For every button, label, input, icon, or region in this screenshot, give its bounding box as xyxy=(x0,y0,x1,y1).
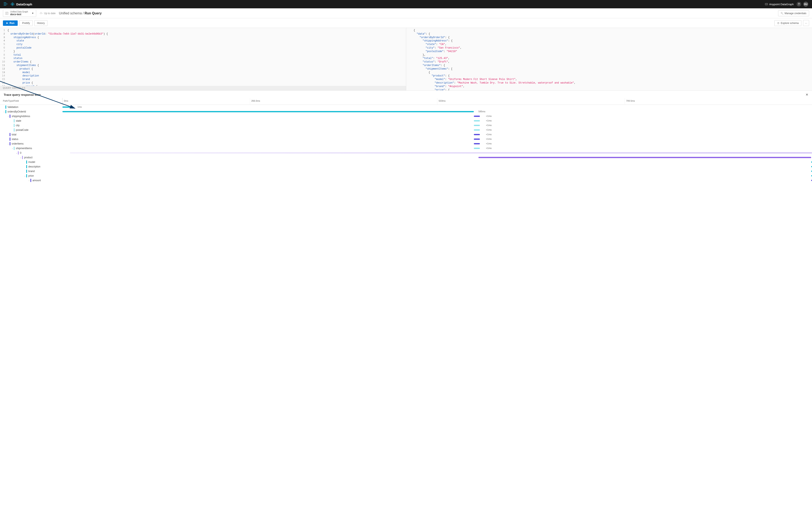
trace-bar xyxy=(811,171,812,172)
brand-label: DataGraph xyxy=(16,2,32,6)
trace-marker xyxy=(5,105,6,109)
trace-marker xyxy=(26,174,27,178)
trace-row: ⌄product473ms xyxy=(0,155,812,160)
toggle-icon[interactable]: ⌄ xyxy=(24,175,26,177)
trace-row-label: Validation xyxy=(7,106,18,109)
breadcrumb: Unified schema / Run Query xyxy=(59,11,102,15)
trace-duration-label: <1ms xyxy=(486,133,492,136)
trace-row: description<1ms xyxy=(0,164,812,169)
trace-row-label: state xyxy=(16,119,21,122)
trace-row: ⌄shipmentItems<1ms xyxy=(0,146,812,151)
trace-bar xyxy=(474,116,480,117)
trace-tick: 533ms xyxy=(437,98,447,105)
run-button-label: Run xyxy=(9,22,14,25)
trace-row: total<1ms xyxy=(0,132,812,137)
menu-icon[interactable] xyxy=(4,2,7,6)
trace-bar xyxy=(474,138,480,140)
trace-bar xyxy=(474,120,480,121)
avatar[interactable]: DU xyxy=(803,2,808,7)
toggle-icon[interactable]: ⌄ xyxy=(7,143,9,145)
subbar: Unified Data Graph docs-test ▼ Up to dat… xyxy=(0,8,812,18)
trace-marker xyxy=(22,156,23,159)
trace-marker xyxy=(9,142,10,145)
trace-marker xyxy=(26,169,27,173)
result-viewer[interactable]: { "data": { "ordersByOrderId": { "shippi… xyxy=(406,28,812,90)
trace-row-label: status xyxy=(12,138,18,141)
toggle-icon[interactable]: ⌄ xyxy=(20,157,22,159)
close-icon[interactable]: ✕ xyxy=(806,93,808,97)
query-variables-header[interactable]: QUERY VARIABLES xyxy=(0,86,406,90)
trace-bar xyxy=(474,125,480,126)
trace-row-label: postalCode xyxy=(16,129,29,131)
product-link[interactable]: Anypoint DataGraph xyxy=(765,3,794,6)
toggle-icon[interactable]: ⌄ xyxy=(7,115,9,117)
trace-row-label: ordersByOrderId xyxy=(7,110,26,113)
trace-bar xyxy=(474,129,480,131)
trace-duration-label: <1ms xyxy=(486,124,492,127)
trace-row: model<1ms xyxy=(0,160,812,164)
trace-row-label: description xyxy=(28,165,40,168)
project-type-label: Unified Data Graph xyxy=(10,10,28,13)
trace-row: ⌄shippingAddress<1ms xyxy=(0,114,812,118)
trace-row-label: model xyxy=(28,161,35,164)
breadcrumb-current: Run Query xyxy=(85,11,102,15)
more-button[interactable]: ··· xyxy=(803,20,809,26)
help-icon[interactable]: ? xyxy=(796,2,801,6)
trace-row: ⌄amount<1ms xyxy=(0,178,812,183)
trace-marker xyxy=(9,114,10,118)
trace-marker xyxy=(14,128,14,132)
trace-bar xyxy=(811,175,812,176)
prettify-button[interactable]: Prettify xyxy=(19,20,32,26)
logo-icon xyxy=(10,2,14,6)
trace-duration-label: 585ms xyxy=(478,110,485,113)
sync-status: Up to date xyxy=(39,12,56,15)
trace-row-label: 0 xyxy=(20,152,22,154)
trace-bar xyxy=(811,161,812,163)
trace-row-label: amount xyxy=(32,179,41,182)
trace-bar xyxy=(474,143,480,144)
toggle-icon[interactable]: ⌄ xyxy=(28,179,30,182)
trace-tick: 0ms xyxy=(62,98,69,105)
trace-bar xyxy=(62,111,474,112)
toggle-icon[interactable]: ⌄ xyxy=(16,152,18,154)
trace-row: brand<1ms xyxy=(0,169,812,173)
trace-marker xyxy=(26,165,27,168)
explore-schema-label: Explore schema xyxy=(781,22,799,25)
manage-credentials-label: Manage credentials xyxy=(785,12,806,15)
trace-row: ⌄ordersByOrderId585ms xyxy=(0,109,812,114)
manage-credentials-button[interactable]: Manage credentials xyxy=(778,10,809,16)
sync-status-label: Up to date xyxy=(44,12,56,15)
editors: 1 ▾2 ▾3 ▾45678910 ▾11 ▾12 ▾13141516 ▾17 … xyxy=(0,28,812,90)
trace-marker xyxy=(14,124,14,127)
trace-marker xyxy=(18,151,19,155)
breadcrumb-parent: Unified schema / xyxy=(59,11,85,15)
trace-row: city<1ms xyxy=(0,123,812,128)
explore-schema-button[interactable]: Explore schema xyxy=(774,20,802,26)
trace-duration-label: <1ms xyxy=(486,115,492,117)
trace-row: ⌄orderItems<1ms xyxy=(0,141,812,146)
run-button[interactable]: Run xyxy=(3,20,18,26)
trace-body: Validation1ms⌄ordersByOrderId585ms⌄shipp… xyxy=(0,105,812,183)
trace-bar xyxy=(811,166,812,167)
project-selector[interactable]: Unified Data Graph docs-test ▼ xyxy=(3,9,36,17)
trace-marker xyxy=(30,179,31,182)
trace-marker xyxy=(5,110,6,113)
trace-row-label: orderItems xyxy=(12,142,24,145)
query-editor[interactable]: 1 ▾2 ▾3 ▾45678910 ▾11 ▾12 ▾13141516 ▾17 … xyxy=(0,28,406,90)
trace-row-label: price xyxy=(28,174,34,177)
toggle-icon[interactable]: ⌄ xyxy=(3,111,5,113)
product-link-label: Anypoint DataGraph xyxy=(769,3,794,6)
trace-duration-label: <1ms xyxy=(486,142,492,145)
trace-duration-label: <1ms xyxy=(486,129,492,131)
trace-marker xyxy=(26,160,27,164)
trace-row: status<1ms xyxy=(0,137,812,141)
trace-marker xyxy=(14,147,14,150)
trace-row: ⌄0 xyxy=(0,151,812,155)
toggle-icon[interactable]: ⌄ xyxy=(11,147,14,149)
history-button[interactable]: History xyxy=(34,20,48,26)
trace-marker xyxy=(14,119,14,123)
svg-marker-1 xyxy=(12,3,13,5)
trace-bar xyxy=(478,157,811,158)
trace-row-label: shipmentItems xyxy=(16,147,32,150)
trace-duration-label: <1ms xyxy=(486,119,492,122)
